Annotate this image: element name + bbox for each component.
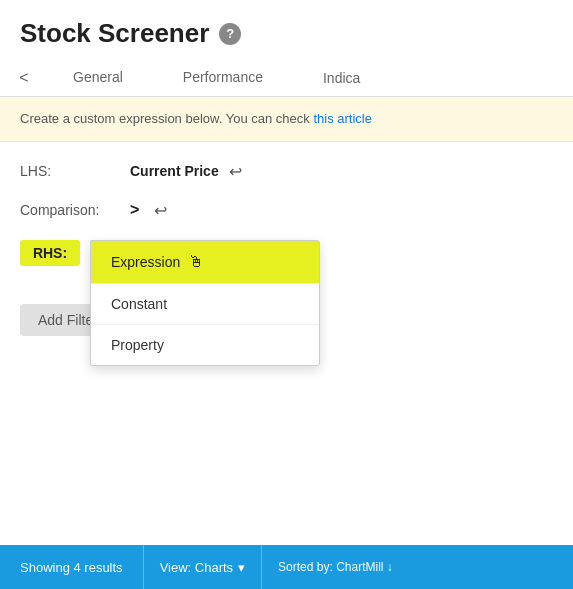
lhs-value: Current Price — [130, 163, 219, 179]
lhs-reset-icon[interactable]: ↩ — [229, 162, 242, 181]
rhs-dropdown-menu: Expression 🖱 Constant Property — [90, 240, 320, 366]
comparison-value: > — [130, 201, 139, 219]
expression-label: Expression — [111, 254, 180, 270]
page-title: Stock Screener — [20, 18, 209, 49]
form-area: LHS: Current Price ↩ Comparison: > ↩ RHS… — [0, 142, 573, 299]
info-text-before: Create a custom expression below. You ca… — [20, 111, 313, 126]
tab-indica[interactable]: Indica — [293, 60, 380, 96]
bottom-bar: Showing 4 results View: Charts ▾ Sorted … — [0, 545, 573, 589]
dropdown-item-constant[interactable]: Constant — [91, 284, 319, 324]
lhs-label: LHS: — [20, 163, 120, 179]
info-link[interactable]: this article — [313, 111, 372, 126]
page-header: Stock Screener ? — [0, 0, 573, 59]
sort-selector[interactable]: Sorted by: ChartMill ↓ — [262, 545, 409, 589]
view-text: View: Charts — [160, 560, 233, 575]
sorted-text: Sorted by: ChartMill ↓ — [278, 560, 393, 574]
info-bar: Create a custom expression below. You ca… — [0, 97, 573, 142]
tabs-bar: < General Performance Indica — [0, 59, 573, 97]
view-selector[interactable]: View: Charts ▾ — [144, 545, 262, 589]
comparison-row: Comparison: > ↩ — [20, 201, 553, 220]
help-icon[interactable]: ? — [219, 23, 241, 45]
dropdown-item-property[interactable]: Property — [91, 325, 319, 365]
dropdown-item-expression[interactable]: Expression 🖱 — [91, 241, 319, 283]
view-chevron-icon: ▾ — [238, 560, 245, 575]
constant-label: Constant — [111, 296, 167, 312]
property-label: Property — [111, 337, 164, 353]
tab-performance[interactable]: Performance — [153, 59, 293, 97]
rhs-dropdown-container: Select Type Expression 🖱 Constant Proper… — [90, 240, 210, 269]
results-count: Showing 4 results — [0, 545, 144, 589]
comparison-label: Comparison: — [20, 202, 120, 218]
comparison-reset-icon[interactable]: ↩ — [154, 201, 167, 220]
tabs-back-button[interactable]: < — [10, 64, 38, 92]
rhs-row: RHS: Select Type Expression 🖱 Constant P… — [20, 240, 553, 269]
lhs-row: LHS: Current Price ↩ — [20, 162, 553, 181]
tab-general[interactable]: General — [43, 59, 153, 97]
cursor-icon: 🖱 — [188, 253, 204, 271]
rhs-label: RHS: — [20, 240, 80, 266]
